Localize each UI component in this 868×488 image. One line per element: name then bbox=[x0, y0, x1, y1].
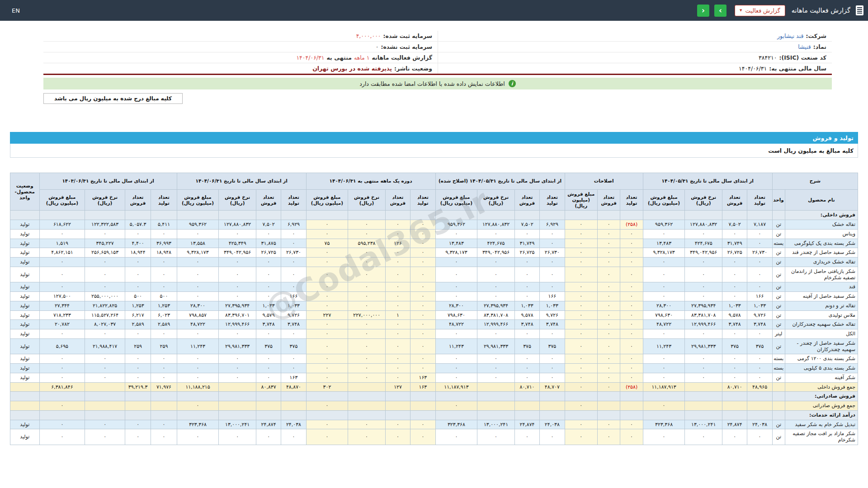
company-link[interactable]: قند نیشابور bbox=[777, 33, 803, 39]
value-cell: ۴۲۵,۳۴۹ bbox=[219, 239, 256, 248]
value-cell: ۰ bbox=[685, 364, 722, 373]
value-cell: ۰ bbox=[598, 373, 620, 382]
product-unit: تن bbox=[772, 282, 785, 292]
value-cell: ۰ bbox=[747, 239, 772, 248]
value-cell: ۰ bbox=[151, 229, 177, 239]
value-cell: ۵۰۰ bbox=[151, 292, 177, 301]
empty-cell bbox=[685, 410, 722, 420]
value-cell bbox=[125, 401, 151, 411]
language-toggle[interactable]: EN bbox=[12, 7, 20, 14]
table-container: @Codal365.ir شرحاز ابتدای سال مالی تا تا… bbox=[10, 173, 858, 445]
value-cell: ۱۲,۹۹۹,۴۶۶ bbox=[685, 320, 722, 329]
product-name: شکر بسته بندی ۱۲۰۰ گرمی bbox=[785, 354, 858, 364]
value-cell: ۲۱,۹۸۸,۴۱۷ bbox=[85, 338, 125, 354]
product-name: تبدیل شکر خام به شکر سفید bbox=[785, 420, 858, 429]
value-cell: ۰ bbox=[125, 373, 151, 382]
value-cell: ۰ bbox=[565, 320, 598, 329]
empty-cell bbox=[477, 392, 515, 401]
empty-cell bbox=[620, 392, 643, 401]
column-header-qty_prod-2: تعداد تولید bbox=[540, 190, 565, 211]
value-cell: ۰ bbox=[219, 292, 256, 301]
value-cell: ۰ bbox=[348, 420, 386, 429]
value-cell: ۱۶۳ bbox=[281, 373, 306, 382]
value-cell: ۰ bbox=[565, 420, 598, 429]
value-cell: ۰ bbox=[85, 282, 125, 292]
value-cell: ۰ bbox=[540, 229, 565, 239]
info-text: وضعیت ناشر: bbox=[394, 65, 432, 72]
value-cell: ۰ bbox=[385, 220, 410, 230]
value-cell: ۱۶۶ bbox=[540, 292, 565, 301]
empty-cell bbox=[281, 211, 306, 220]
main-content: تولید و فروش کلیه مبالغ به میلیون ریال ا… bbox=[10, 132, 858, 445]
value-cell: ۰ bbox=[620, 292, 643, 301]
value-cell: ۰ bbox=[598, 248, 620, 258]
empty-cell bbox=[85, 410, 125, 420]
section-row: درآمد ارائه خدمات: bbox=[10, 410, 858, 420]
value-cell: ۰ bbox=[151, 329, 177, 339]
value-cell: ۰ bbox=[85, 429, 125, 445]
value-cell: ۲۰,۷۸۲ bbox=[39, 320, 85, 329]
value-cell: ۹,۳۲۸,۱۷۳ bbox=[435, 248, 477, 258]
value-cell: ۳,۷۴۸ bbox=[747, 320, 772, 329]
value-cell: ۰ bbox=[565, 248, 598, 258]
value-cell: ۲۸,۳۰۰ bbox=[435, 301, 477, 310]
value-cell: ۰ bbox=[410, 220, 435, 230]
value-cell: ۰ bbox=[177, 282, 219, 292]
value-cell: ۰ bbox=[514, 329, 539, 339]
value-cell bbox=[256, 401, 281, 411]
product-status: تولید bbox=[10, 364, 40, 373]
value-cell: ۰ bbox=[177, 429, 219, 445]
value-cell: ۰ bbox=[348, 282, 386, 292]
empty-cell bbox=[85, 392, 125, 401]
product-status: تولید bbox=[10, 420, 40, 429]
value-cell: ۳۱,۸۷۵ bbox=[256, 239, 281, 248]
product-unit: تن bbox=[772, 320, 785, 329]
product-name: تفاله تر و دونم bbox=[785, 301, 858, 310]
chevron-down-icon: ▼ bbox=[740, 9, 742, 12]
value-cell: ۲۵۶,۶۵۹,۱۵۳ bbox=[85, 248, 125, 258]
value-cell: ۰ bbox=[514, 258, 539, 267]
value-cell: ۳۴۹,۰۴۲,۹۵۶ bbox=[685, 248, 722, 258]
value-cell: ۰ bbox=[685, 229, 722, 239]
value-cell: ۰ bbox=[598, 301, 620, 310]
product-name: تفاله خشک bbox=[785, 220, 858, 230]
total-row: جمع فروش صادراتی۰۰۰۰۰۰ bbox=[10, 401, 858, 411]
value-cell: ۰ bbox=[747, 364, 772, 373]
report-type-dropdown[interactable]: گزارش فعالیت ▼ bbox=[735, 5, 785, 16]
value-cell: ۰ bbox=[281, 364, 306, 373]
product-row: تبدیل شکر خام به شکر سفیدتن۲۴,۰۳۸۲۴,۸۷۴۱… bbox=[10, 420, 858, 429]
value-cell: ۰ bbox=[514, 373, 539, 382]
value-cell: ۰ bbox=[177, 229, 219, 239]
empty-cell bbox=[410, 211, 435, 220]
value-cell: ۰ bbox=[620, 373, 643, 382]
value-cell: ۰ bbox=[435, 229, 477, 239]
nav-forward-button[interactable]: › bbox=[714, 5, 726, 17]
value-cell: ۰ bbox=[256, 282, 281, 292]
page-title: گزارش فعالیت ماهانه bbox=[792, 7, 850, 14]
value-cell: ۰ bbox=[620, 320, 643, 329]
value-cell: ۰ bbox=[685, 258, 722, 267]
value-cell: ۷۵ bbox=[306, 239, 348, 248]
product-unit: بسته bbox=[772, 364, 785, 373]
value-cell bbox=[685, 382, 722, 392]
value-cell: ۰ bbox=[306, 282, 348, 292]
product-row: شکر سفید حاصل از چغندر - سهمیه چغندرکارا… bbox=[10, 338, 858, 354]
value-cell bbox=[598, 401, 620, 411]
empty-cell bbox=[151, 410, 177, 420]
total-label: جمع فروش داخلی bbox=[785, 382, 858, 392]
table-header-row-groups: شرحاز ابتدای سال مالی تا تاریخ ۱۴۰۴/۰۵/۳… bbox=[10, 173, 858, 190]
value-cell: ۰ bbox=[620, 310, 643, 320]
value-cell: ۰ bbox=[385, 373, 410, 382]
value-cell bbox=[85, 401, 125, 411]
column-header-qty_prod-1: تعداد تولید bbox=[620, 190, 643, 211]
value-cell: ۳۷۵ bbox=[256, 338, 281, 354]
value-cell: ۰ bbox=[306, 267, 348, 282]
value-cell: ۰ bbox=[256, 429, 281, 445]
value-cell: ۰ bbox=[747, 282, 772, 292]
info-icon: i bbox=[509, 80, 516, 87]
company-link[interactable]: قنیشا bbox=[798, 43, 811, 50]
value-cell: ۰ bbox=[722, 373, 747, 382]
product-status: تولید bbox=[10, 239, 40, 248]
nav-back-button[interactable]: ‹ bbox=[697, 5, 709, 17]
product-row: تفاله خشکتن۷,۱۸۷۷,۵۰۲۱۲۷,۸۸۰,۸۳۲۹۵۹,۳۶۲(… bbox=[10, 220, 858, 230]
